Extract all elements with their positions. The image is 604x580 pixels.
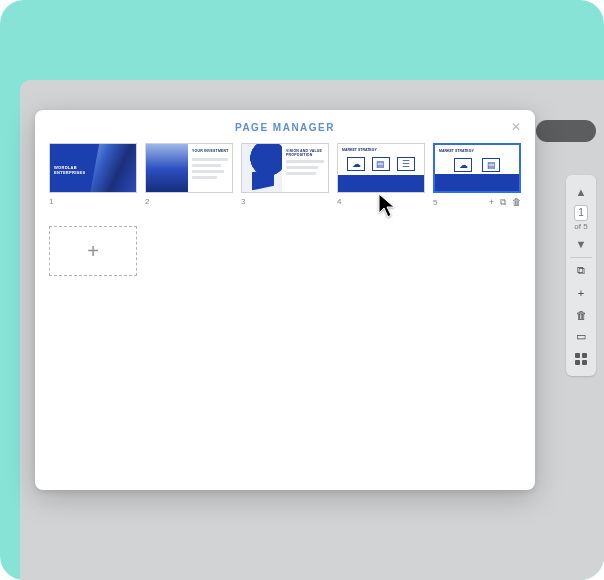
chevron-up-icon: ▲ bbox=[576, 186, 587, 198]
header-pill bbox=[536, 120, 596, 142]
slide-cell: YOUR INVESTMENT 2 bbox=[145, 143, 233, 208]
page-side-rail: ▲ 1 of 5 ▼ ⧉ + 🗑 ▭ bbox=[566, 175, 596, 376]
slide-number: 2 bbox=[145, 197, 233, 206]
slide-duplicate-button[interactable]: ⧉ bbox=[500, 197, 506, 208]
trash-icon: 🗑 bbox=[576, 309, 587, 321]
next-page-button[interactable]: ▼ bbox=[568, 233, 594, 255]
slide-number: 1 bbox=[49, 197, 137, 206]
slide-cell: MARKET STRATEGY ☁▤☰ 5 + ⧉ 🗑 bbox=[433, 143, 521, 208]
slide-thumbnail-5[interactable]: MARKET STRATEGY ☁▤☰ bbox=[433, 143, 521, 193]
modal-title: PAGE MANAGER bbox=[49, 122, 521, 133]
slide-number: 3 bbox=[241, 197, 329, 206]
slide-thumbnail-3[interactable]: VISION AND VALUE PROPOSITION bbox=[241, 143, 329, 193]
duplicate-page-button[interactable]: ⧉ bbox=[568, 260, 594, 282]
slide-actions: + ⧉ 🗑 bbox=[489, 197, 521, 208]
slide-thumbnail-4[interactable]: MARKET STRATEGY ☁▤☰ bbox=[337, 143, 425, 193]
close-button[interactable]: ✕ bbox=[507, 118, 525, 136]
slide-delete-button[interactable]: 🗑 bbox=[512, 197, 521, 208]
slide-cell: WORDLABENTERPRISES 1 bbox=[49, 143, 137, 208]
add-page-button[interactable]: + bbox=[568, 282, 594, 304]
slide-thumbnail-1[interactable]: WORDLABENTERPRISES bbox=[49, 143, 137, 193]
page-manager-modal: PAGE MANAGER ✕ WORDLABENTERPRISES 1 YOUR… bbox=[35, 110, 535, 490]
slide-cell: VISION AND VALUE PROPOSITION 3 bbox=[241, 143, 329, 208]
prev-page-button[interactable]: ▲ bbox=[568, 181, 594, 203]
chat-icon: ▭ bbox=[576, 330, 586, 343]
thumbnail-row: WORDLABENTERPRISES 1 YOUR INVESTMENT 2 V… bbox=[49, 143, 521, 208]
grid-view-button[interactable] bbox=[568, 348, 594, 370]
chevron-down-icon: ▼ bbox=[576, 238, 587, 250]
slide-add-button[interactable]: + bbox=[489, 197, 494, 208]
copy-icon: ⧉ bbox=[577, 264, 585, 277]
slide-number: 4 bbox=[337, 197, 425, 206]
delete-page-button[interactable]: 🗑 bbox=[568, 304, 594, 326]
rail-separator bbox=[570, 257, 592, 258]
page-number-field[interactable]: 1 bbox=[574, 205, 588, 221]
grid-icon bbox=[575, 353, 587, 365]
slide-number: 5 + ⧉ 🗑 bbox=[433, 197, 521, 208]
close-icon: ✕ bbox=[511, 120, 521, 134]
page-count-label: of 5 bbox=[574, 222, 587, 231]
add-page-tile[interactable]: + bbox=[49, 226, 137, 276]
plus-icon: + bbox=[578, 287, 584, 299]
plus-icon: + bbox=[87, 240, 99, 263]
stage: ▲ 1 of 5 ▼ ⧉ + 🗑 ▭ PAGE MANAGER ✕ WORDLA… bbox=[0, 0, 604, 580]
notes-button[interactable]: ▭ bbox=[568, 326, 594, 348]
slide-thumbnail-2[interactable]: YOUR INVESTMENT bbox=[145, 143, 233, 193]
slide-cell: MARKET STRATEGY ☁▤☰ 4 bbox=[337, 143, 425, 208]
